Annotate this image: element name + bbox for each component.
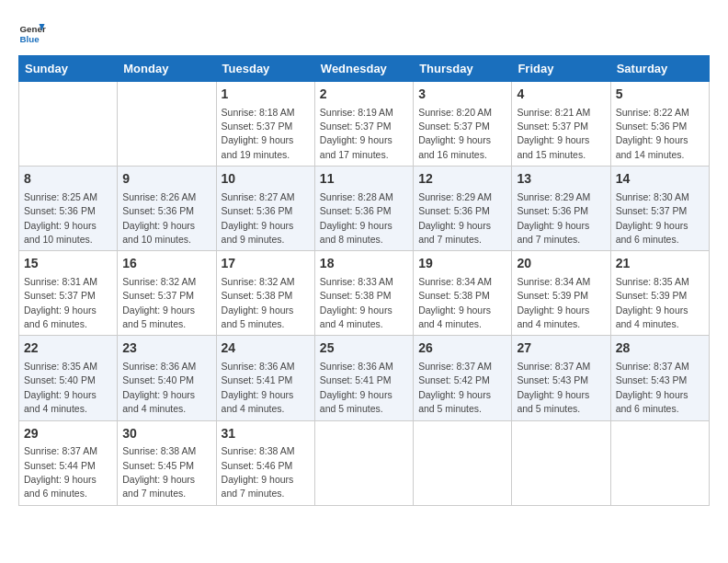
calendar-day-cell: 11 Sunrise: 8:28 AMSunset: 5:36 PMDaylig… — [314, 167, 413, 251]
calendar-day-cell — [314, 420, 413, 505]
calendar-day-cell: 4 Sunrise: 8:21 AMSunset: 5:37 PMDayligh… — [512, 82, 610, 167]
weekday-header-row: SundayMondayTuesdayWednesdayThursdayFrid… — [19, 56, 710, 82]
day-info: Sunrise: 8:37 AMSunset: 5:43 PMDaylight:… — [616, 361, 689, 414]
calendar-day-cell: 21 Sunrise: 8:35 AMSunset: 5:39 PMDaylig… — [610, 251, 709, 336]
calendar-day-cell: 19 Sunrise: 8:34 AMSunset: 5:38 PMDaylig… — [414, 251, 512, 336]
calendar-day-cell: 31 Sunrise: 8:38 AMSunset: 5:46 PMDaylig… — [216, 420, 314, 505]
day-number: 31 — [222, 425, 310, 443]
day-number: 29 — [24, 425, 112, 443]
day-info: Sunrise: 8:35 AMSunset: 5:39 PMDaylight:… — [616, 276, 689, 329]
calendar-table: SundayMondayTuesdayWednesdayThursdayFrid… — [18, 55, 710, 506]
calendar-day-cell: 1 Sunrise: 8:18 AMSunset: 5:37 PMDayligh… — [216, 82, 314, 167]
day-number: 11 — [320, 170, 408, 189]
day-number: 19 — [418, 255, 506, 273]
day-info: Sunrise: 8:28 AMSunset: 5:36 PMDaylight:… — [320, 191, 393, 245]
day-info: Sunrise: 8:36 AMSunset: 5:41 PMDaylight:… — [320, 361, 393, 414]
day-number: 13 — [517, 170, 605, 189]
calendar-day-cell: 22 Sunrise: 8:35 AMSunset: 5:40 PMDaylig… — [19, 336, 118, 420]
day-info: Sunrise: 8:18 AMSunset: 5:37 PMDaylight:… — [222, 107, 295, 160]
day-number: 14 — [616, 170, 704, 189]
day-number: 15 — [24, 255, 112, 273]
calendar-day-cell: 28 Sunrise: 8:37 AMSunset: 5:43 PMDaylig… — [610, 336, 709, 420]
logo-icon: General Blue — [18, 18, 46, 46]
day-info: Sunrise: 8:38 AMSunset: 5:45 PMDaylight:… — [122, 445, 196, 499]
day-info: Sunrise: 8:33 AMSunset: 5:38 PMDaylight:… — [320, 276, 393, 329]
day-number: 17 — [222, 255, 310, 273]
day-info: Sunrise: 8:19 AMSunset: 5:37 PMDaylight:… — [320, 107, 393, 160]
day-number: 26 — [418, 339, 506, 358]
day-info: Sunrise: 8:36 AMSunset: 5:40 PMDaylight:… — [122, 361, 196, 414]
day-info: Sunrise: 8:37 AMSunset: 5:42 PMDaylight:… — [418, 361, 492, 414]
weekday-header: Wednesday — [314, 56, 413, 82]
day-number: 23 — [122, 339, 210, 358]
calendar-day-cell — [19, 82, 118, 167]
day-info: Sunrise: 8:32 AMSunset: 5:37 PMDaylight:… — [122, 276, 196, 329]
calendar-day-cell: 16 Sunrise: 8:32 AMSunset: 5:37 PMDaylig… — [118, 251, 216, 336]
day-info: Sunrise: 8:21 AMSunset: 5:37 PMDaylight:… — [517, 107, 590, 160]
calendar-day-cell: 5 Sunrise: 8:22 AMSunset: 5:36 PMDayligh… — [610, 82, 709, 167]
day-number: 20 — [517, 255, 605, 273]
day-info: Sunrise: 8:29 AMSunset: 5:36 PMDaylight:… — [517, 191, 590, 245]
logo: General Blue — [18, 18, 46, 46]
calendar-day-cell: 26 Sunrise: 8:37 AMSunset: 5:42 PMDaylig… — [414, 336, 512, 420]
day-number: 16 — [122, 255, 210, 273]
calendar-day-cell: 30 Sunrise: 8:38 AMSunset: 5:45 PMDaylig… — [118, 420, 216, 505]
calendar-week-row: 22 Sunrise: 8:35 AMSunset: 5:40 PMDaylig… — [19, 336, 710, 420]
day-number: 2 — [320, 86, 408, 104]
calendar-day-cell — [610, 420, 709, 505]
day-number: 12 — [418, 170, 506, 189]
day-info: Sunrise: 8:37 AMSunset: 5:44 PMDaylight:… — [24, 445, 97, 499]
day-info: Sunrise: 8:31 AMSunset: 5:37 PMDaylight:… — [24, 276, 97, 329]
calendar-day-cell: 2 Sunrise: 8:19 AMSunset: 5:37 PMDayligh… — [314, 82, 413, 167]
day-info: Sunrise: 8:34 AMSunset: 5:39 PMDaylight:… — [517, 276, 590, 329]
day-info: Sunrise: 8:34 AMSunset: 5:38 PMDaylight:… — [418, 276, 492, 329]
day-number: 22 — [24, 339, 112, 358]
calendar-day-cell: 27 Sunrise: 8:37 AMSunset: 5:43 PMDaylig… — [512, 336, 610, 420]
day-info: Sunrise: 8:37 AMSunset: 5:43 PMDaylight:… — [517, 361, 590, 414]
day-info: Sunrise: 8:25 AMSunset: 5:36 PMDaylight:… — [24, 191, 97, 245]
day-number: 9 — [122, 170, 210, 189]
day-number: 24 — [222, 339, 310, 358]
calendar-day-cell — [512, 420, 610, 505]
day-info: Sunrise: 8:26 AMSunset: 5:36 PMDaylight:… — [122, 191, 196, 245]
calendar-week-row: 29 Sunrise: 8:37 AMSunset: 5:44 PMDaylig… — [19, 420, 710, 505]
day-number: 27 — [517, 339, 605, 358]
calendar-day-cell: 13 Sunrise: 8:29 AMSunset: 5:36 PMDaylig… — [512, 167, 610, 251]
day-number: 1 — [222, 86, 310, 104]
weekday-header: Sunday — [19, 56, 118, 82]
calendar-week-row: 1 Sunrise: 8:18 AMSunset: 5:37 PMDayligh… — [19, 82, 710, 167]
day-number: 18 — [320, 255, 408, 273]
day-number: 10 — [222, 170, 310, 189]
calendar-day-cell: 12 Sunrise: 8:29 AMSunset: 5:36 PMDaylig… — [414, 167, 512, 251]
day-number: 4 — [517, 86, 605, 104]
weekday-header: Saturday — [610, 56, 709, 82]
calendar-day-cell: 14 Sunrise: 8:30 AMSunset: 5:37 PMDaylig… — [610, 167, 709, 251]
day-info: Sunrise: 8:30 AMSunset: 5:37 PMDaylight:… — [616, 191, 689, 245]
calendar-day-cell: 17 Sunrise: 8:32 AMSunset: 5:38 PMDaylig… — [216, 251, 314, 336]
calendar-day-cell: 15 Sunrise: 8:31 AMSunset: 5:37 PMDaylig… — [19, 251, 118, 336]
weekday-header: Monday — [118, 56, 216, 82]
svg-text:Blue: Blue — [20, 34, 40, 44]
calendar-day-cell: 9 Sunrise: 8:26 AMSunset: 5:36 PMDayligh… — [118, 167, 216, 251]
weekday-header: Thursday — [414, 56, 512, 82]
day-number: 21 — [616, 255, 704, 273]
calendar-day-cell: 3 Sunrise: 8:20 AMSunset: 5:37 PMDayligh… — [414, 82, 512, 167]
calendar-day-cell: 18 Sunrise: 8:33 AMSunset: 5:38 PMDaylig… — [314, 251, 413, 336]
day-info: Sunrise: 8:27 AMSunset: 5:36 PMDaylight:… — [222, 191, 295, 245]
calendar-week-row: 15 Sunrise: 8:31 AMSunset: 5:37 PMDaylig… — [19, 251, 710, 336]
calendar-day-cell: 25 Sunrise: 8:36 AMSunset: 5:41 PMDaylig… — [314, 336, 413, 420]
day-info: Sunrise: 8:20 AMSunset: 5:37 PMDaylight:… — [418, 107, 492, 160]
calendar-day-cell: 23 Sunrise: 8:36 AMSunset: 5:40 PMDaylig… — [118, 336, 216, 420]
day-info: Sunrise: 8:38 AMSunset: 5:46 PMDaylight:… — [222, 445, 295, 499]
calendar-day-cell — [414, 420, 512, 505]
day-number: 5 — [616, 86, 704, 104]
day-info: Sunrise: 8:35 AMSunset: 5:40 PMDaylight:… — [24, 361, 97, 414]
calendar-day-cell: 10 Sunrise: 8:27 AMSunset: 5:36 PMDaylig… — [216, 167, 314, 251]
weekday-header: Friday — [512, 56, 610, 82]
day-number: 30 — [122, 425, 210, 443]
calendar-day-cell: 8 Sunrise: 8:25 AMSunset: 5:36 PMDayligh… — [19, 167, 118, 251]
calendar-day-cell: 29 Sunrise: 8:37 AMSunset: 5:44 PMDaylig… — [19, 420, 118, 505]
day-info: Sunrise: 8:22 AMSunset: 5:36 PMDaylight:… — [616, 107, 689, 160]
day-number: 3 — [418, 86, 506, 104]
day-number: 25 — [320, 339, 408, 358]
